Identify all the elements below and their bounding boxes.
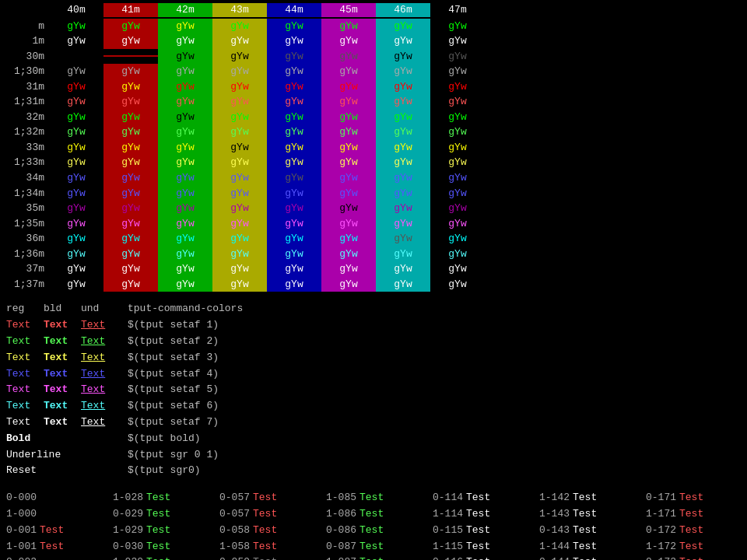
tput-underline-label: Underline xyxy=(6,447,81,464)
list-item: 1-171 Test xyxy=(646,506,747,523)
tput-cmd-2: $(tput setaf 2) xyxy=(128,334,741,350)
list-item: 0-087 Test xyxy=(326,539,433,555)
tput-bld-5: Text xyxy=(44,382,81,398)
tput-und-6: Text xyxy=(81,398,128,415)
tput-col-bld: bld xyxy=(44,301,81,317)
list-item: 0-058 Test xyxy=(219,523,326,539)
tput-und-2: Text xyxy=(81,334,128,350)
tput-cmd-7: $(tput setaf 7) xyxy=(128,415,741,431)
list-item: 1-086 Test xyxy=(326,506,433,523)
tput-reg-5: Text xyxy=(6,382,44,398)
tput-reg-3: Text xyxy=(6,350,44,366)
color-index-section: 0-000 1-000 0-001 Test 1-001 Test 0-002 … xyxy=(6,490,741,560)
list-item: 0-172 Test xyxy=(646,523,747,539)
list-item: 1-143 Test xyxy=(539,506,646,523)
table-row: m gYw gYw gYw gYw gYw gYw gYw gYw xyxy=(6,19,741,34)
tput-cmd-5: $(tput setaf 5) xyxy=(128,382,741,398)
list-item: 0-002 xyxy=(6,555,113,560)
list-item: 0-143 Test xyxy=(539,523,646,539)
list-item: 0-000 xyxy=(6,490,113,506)
tput-cmd-1: $(tput setaf 1) xyxy=(128,317,741,334)
tput-reg-4: Text xyxy=(6,366,44,383)
header-empty xyxy=(6,3,49,17)
tput-cmd-4: $(tput setaf 4) xyxy=(128,366,741,383)
list-item: 1-001 Test xyxy=(6,539,113,555)
col-45m: 45m xyxy=(321,3,376,17)
color-table: 40m 41m 42m 43m 44m 45m 46m 47m m gYw gY… xyxy=(6,3,741,292)
list-item: 0-116 Test xyxy=(433,555,539,560)
list-item: 1-030 Test xyxy=(113,555,219,560)
col-41m: 41m xyxy=(103,3,158,17)
list-item: 0-057 Test xyxy=(219,506,326,523)
table-row: 1;36m gYw gYw gYw gYw gYw gYw gYw gYw xyxy=(6,247,741,262)
col-44m: 44m xyxy=(267,3,321,17)
ci-col-5: 0-114 Test 1-114 Test 0-115 Test 1-115 T… xyxy=(433,490,539,560)
list-item: 0-173 Test xyxy=(646,555,747,560)
ci-col-4: 1-085 Test 1-086 Test 0-086 Test 0-087 T… xyxy=(326,490,433,560)
table-row: 1;32m gYw gYw gYw gYw gYw gYw gYw gYw xyxy=(6,124,741,140)
col-40m: 40m xyxy=(49,3,103,17)
table-row: 36m gYw gYw gYw gYw gYw gYw gYw gYw xyxy=(6,231,741,247)
tput-reg-6: Text xyxy=(6,398,44,415)
tput-bold-cmd: $(tput bold) xyxy=(128,431,741,447)
list-item: 1-115 Test xyxy=(433,539,539,555)
list-item: 0-029 Test xyxy=(113,506,219,523)
table-row: 31m gYw gYw gYw gYw gYw gYw gYw gYw xyxy=(6,79,741,95)
tput-bld-6: Text xyxy=(44,398,81,415)
tput-col-und: und xyxy=(81,301,128,317)
list-item: 0-144 Test xyxy=(539,555,646,560)
list-item: 0-114 Test xyxy=(433,490,539,506)
tput-bld-2: Text xyxy=(44,334,81,350)
list-item: 0-115 Test xyxy=(433,523,539,539)
tput-reset-cmd: $(tput sgr0) xyxy=(128,463,741,479)
ci-col-2: 1-028 Test 0-029 Test 1-029 Test 0-030 T… xyxy=(113,490,219,560)
tput-col-reg: reg xyxy=(6,301,44,317)
tput-und-7: Text xyxy=(81,415,128,431)
list-item: 1-029 Test xyxy=(113,523,219,539)
tput-und-5: Text xyxy=(81,382,128,398)
list-item: 0-001 Test xyxy=(6,523,113,539)
tput-und-4: Text xyxy=(81,366,128,383)
table-row: 1;31m gYw gYw gYw gYw gYw gYw gYw gYw xyxy=(6,94,741,110)
table-row: 32m gYw gYw gYw gYw gYw gYw gYw gYw xyxy=(6,110,741,125)
list-item: 1-028 Test xyxy=(113,490,219,506)
table-row: 1;37m gYw gYw gYw gYw gYw gYw gYw gYw xyxy=(6,277,741,292)
tput-cmd-3: $(tput setaf 3) xyxy=(128,350,741,366)
list-item: 1-172 Test xyxy=(646,539,747,555)
list-item: 1-142 Test xyxy=(539,490,646,506)
table-row: 1m gYw gYw gYw gYw gYw gYw gYw gYw xyxy=(6,33,741,49)
col-43m: 43m xyxy=(212,3,267,17)
list-item: 1-144 Test xyxy=(539,539,646,555)
tput-und-1: Text xyxy=(81,317,128,334)
list-item: 1-000 xyxy=(6,506,113,523)
list-item: 1-085 Test xyxy=(326,490,433,506)
tput-bold-label: Bold xyxy=(6,431,81,447)
list-item: 0-086 Test xyxy=(326,523,433,539)
ci-col-3: 0-057 Test 0-057 Test 0-058 Test 1-058 T… xyxy=(219,490,326,560)
list-item: 1-058 Test xyxy=(219,539,326,555)
tput-bld-3: Text xyxy=(44,350,81,366)
col-42m: 42m xyxy=(158,3,212,17)
color-table-header: 40m 41m 42m 43m 44m 45m 46m 47m xyxy=(6,3,741,17)
ci-col-6: 1-142 Test 1-143 Test 0-143 Test 1-144 T… xyxy=(539,490,646,560)
tput-reg-1: Text xyxy=(6,317,44,334)
table-row: 37m gYw gYw gYw gYw gYw gYw gYw gYw xyxy=(6,261,741,277)
list-item: 0-171 Test xyxy=(646,490,747,506)
list-item: 1-087 Test xyxy=(326,555,433,560)
tput-und-3: Text xyxy=(81,350,128,366)
table-row: 33m gYw gYw gYw gYw gYw gYw gYw gYw xyxy=(6,140,741,156)
ci-col-1: 0-000 1-000 0-001 Test 1-001 Test 0-002 … xyxy=(6,490,113,560)
ci-col-7: 0-171 Test 1-171 Test 0-172 Test 1-172 T… xyxy=(646,490,747,560)
table-row: 34m gYw gYw gYw gYw gYw gYw gYw gYw xyxy=(6,170,741,186)
tput-col-cmd: tput-command-colors xyxy=(128,301,741,317)
tput-section: reg bld und tput-command-colors Text Tex… xyxy=(6,301,741,479)
list-item: 0-059 Test xyxy=(219,555,326,560)
tput-bld-4: Text xyxy=(44,366,81,383)
table-row: 1;33m gYw gYw gYw gYw gYw gYw gYw gYw xyxy=(6,155,741,170)
tput-bld-7: Text xyxy=(44,415,81,431)
list-item: 1-114 Test xyxy=(433,506,539,523)
table-row: 35m gYw gYw gYw gYw gYw gYw gYw gYw xyxy=(6,201,741,216)
tput-bld-1: Text xyxy=(44,317,81,334)
tput-reset-label: Reset xyxy=(6,463,81,479)
table-row: 1;35m gYw gYw gYw gYw gYw gYw gYw gYw xyxy=(6,216,741,232)
